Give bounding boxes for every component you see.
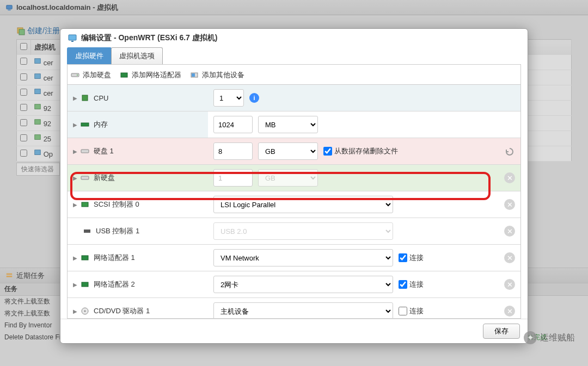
scsi-controller-row: ▶ SCSI 控制器 0 LSI Logic Parallel ✕ (68, 191, 520, 218)
memory-icon (81, 120, 89, 129)
dialog-title: 编辑设置 - OpenWRT (ESXi 6.7 虚拟机) (81, 33, 217, 43)
nic-icon (81, 280, 89, 289)
tab-vm-options[interactable]: 虚拟机选项 (111, 47, 163, 64)
cdrom-device-select[interactable]: 主机设备 (213, 302, 393, 319)
svg-point-29 (84, 311, 86, 312)
remove-device-icon[interactable]: ✕ (504, 226, 515, 237)
remove-device-icon[interactable]: ✕ (504, 172, 515, 183)
info-icon[interactable]: i (249, 93, 259, 103)
disk1-size-input[interactable] (213, 142, 253, 160)
cdrom-row: ▶ CD/DVD 驱动器 1 主机设备 连接 ✕ (68, 298, 520, 319)
cpu-icon (81, 94, 89, 102)
memory-unit-select[interactable]: MB (258, 116, 318, 133)
cpu-count-select[interactable]: 1 (213, 89, 244, 107)
save-button[interactable]: 保存 (483, 324, 520, 339)
svg-rect-26 (82, 256, 88, 260)
usb-icon (83, 227, 91, 235)
wechat-icon: ✦ (524, 331, 537, 344)
hardware-settings-list: ▶ CPU 1 i ▶ 内存 MB (67, 84, 521, 319)
nic1-connect-checkbox[interactable]: 连接 (399, 253, 424, 263)
remove-device-icon[interactable]: ✕ (504, 306, 515, 317)
nic-icon (81, 253, 89, 262)
cpu-row: ▶ CPU 1 i (68, 85, 520, 111)
svg-rect-25 (84, 229, 90, 233)
scsi-type-select[interactable]: LSI Logic Parallel (213, 196, 393, 213)
memory-size-input[interactable] (213, 116, 253, 133)
expand-icon[interactable]: ▶ (73, 282, 77, 288)
nic-icon (120, 71, 128, 79)
expand-icon[interactable]: ▶ (73, 95, 77, 101)
disk1-unit-select[interactable]: GB (258, 142, 318, 160)
edit-settings-dialog: 编辑设置 - OpenWRT (ESXi 6.7 虚拟机) 虚拟硬件 虚拟机选项… (60, 28, 528, 344)
disk-icon (81, 147, 89, 156)
svg-rect-23 (81, 176, 89, 179)
remove-device-icon[interactable]: ✕ (504, 252, 515, 263)
svg-rect-19 (192, 73, 195, 77)
usb-type-select[interactable]: USB 2.0 (213, 222, 393, 240)
expand-icon[interactable]: ▶ (73, 175, 77, 181)
svg-rect-13 (69, 35, 76, 40)
remove-device-icon[interactable]: ✕ (504, 279, 515, 290)
add-other-device-button[interactable]: 添加其他设备 (190, 70, 244, 80)
newdisk-unit-select[interactable]: GB (258, 169, 318, 187)
newdisk-size-input[interactable] (213, 169, 253, 187)
network-adapter-2-row: ▶ 网络适配器 2 2网卡 连接 ✕ (68, 271, 520, 298)
vm-icon (68, 34, 77, 42)
expand-icon[interactable]: ▶ (73, 255, 77, 261)
svg-point-16 (77, 75, 78, 76)
hard-disk-1-row: ▶ 硬盘 1 GB 从数据存储删除文件 (68, 138, 520, 165)
expand-icon[interactable]: ▶ (73, 308, 77, 314)
disk-icon (81, 173, 89, 182)
modal-overlay: 编辑设置 - OpenWRT (ESXi 6.7 虚拟机) 虚拟硬件 虚拟机选项… (0, 0, 588, 366)
hardware-toolbar: 添加硬盘 添加网络适配器 添加其他设备 (67, 64, 521, 84)
memory-row: ▶ 内存 MB (68, 111, 520, 138)
new-hard-disk-row: ▶ 新硬盘 GB ✕ (68, 165, 520, 191)
remove-device-icon[interactable]: ✕ (504, 199, 515, 210)
tab-virtual-hardware[interactable]: 虚拟硬件 (67, 47, 112, 64)
revert-icon[interactable] (504, 147, 515, 156)
usb-controller-row: USB 控制器 1 USB 2.0 ✕ (68, 218, 520, 245)
expand-icon[interactable]: ▶ (73, 148, 77, 154)
network-adapter-1-row: ▶ 网络适配器 1 VM Network 连接 ✕ (68, 245, 520, 271)
watermark: ✦ 运维贼船 (524, 331, 575, 344)
add-network-adapter-button[interactable]: 添加网络适配器 (120, 70, 181, 80)
svg-rect-14 (71, 41, 74, 42)
nic2-connect-checkbox[interactable]: 连接 (399, 280, 424, 289)
nic1-network-select[interactable]: VM Network (213, 249, 393, 266)
svg-rect-20 (82, 95, 88, 101)
cdrom-icon (81, 307, 89, 315)
svg-rect-22 (81, 150, 89, 153)
svg-rect-24 (82, 202, 88, 207)
expand-icon[interactable]: ▶ (73, 202, 77, 208)
nic2-network-select[interactable]: 2网卡 (213, 276, 393, 293)
add-hard-disk-button[interactable]: 添加硬盘 (71, 70, 111, 80)
svg-rect-21 (81, 123, 89, 126)
svg-rect-17 (121, 73, 127, 77)
delete-from-datastore-checkbox[interactable]: 从数据存储删除文件 (323, 146, 398, 156)
expand-icon[interactable]: ▶ (73, 122, 77, 128)
cdrom-connect-checkbox[interactable]: 连接 (399, 306, 424, 316)
scsi-icon (81, 200, 89, 209)
disk-icon (71, 71, 79, 79)
device-icon (190, 71, 199, 79)
svg-rect-27 (82, 282, 88, 287)
